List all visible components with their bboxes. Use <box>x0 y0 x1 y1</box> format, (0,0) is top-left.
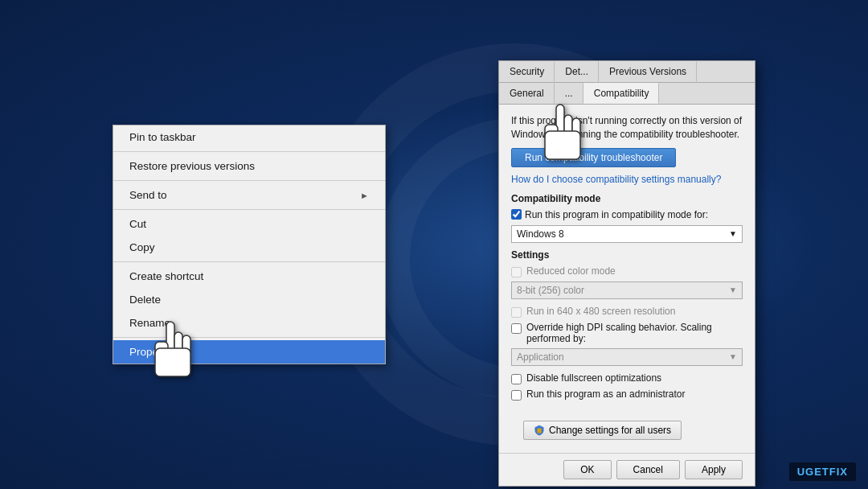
app-dropdown-arrow-icon: ▼ <box>729 352 737 361</box>
tab-security[interactable]: Security <box>499 61 555 82</box>
disable-fullscreen-row: Disable fullscreen optimizations <box>511 372 743 384</box>
separator-4 <box>113 261 385 262</box>
reduced-color-label: Reduced color mode <box>526 265 616 277</box>
color-depth-dropdown[interactable]: 8-bit (256) color ▼ <box>511 281 743 299</box>
override-dpi-label: Override high DPI scaling behavior. Scal… <box>526 322 743 344</box>
tab-tab2[interactable]: ... <box>555 83 583 104</box>
change-settings-container: Change settings for all users <box>499 421 755 453</box>
context-menu: Pin to taskbar Restore previous versions… <box>113 125 386 364</box>
separator-5 <box>113 337 385 338</box>
svg-rect-6 <box>537 428 541 431</box>
context-menu-item-delete[interactable]: Delete <box>113 288 385 311</box>
ok-button[interactable]: OK <box>563 460 611 479</box>
apply-button[interactable]: Apply <box>685 460 743 479</box>
context-menu-item-properties[interactable]: Properties <box>113 340 385 364</box>
context-menu-item-restore-versions[interactable]: Restore previous versions <box>113 154 385 178</box>
watermark: UGETFIX <box>789 462 856 481</box>
dialog-footer: OK Cancel Apply <box>499 453 755 486</box>
run-640-row: Run in 640 x 480 screen resolution <box>511 306 743 318</box>
context-menu-item-cut[interactable]: Cut <box>113 212 385 236</box>
tab-details[interactable]: Det... <box>555 61 599 82</box>
color-dropdown-arrow-icon: ▼ <box>729 286 737 294</box>
compat-mode-row: Run this program in compatibility mode f… <box>511 209 743 220</box>
watermark-prefix: UGET <box>797 466 829 478</box>
disable-fullscreen-label: Disable fullscreen optimizations <box>526 372 661 384</box>
separator-3 <box>113 209 385 210</box>
send-to-arrow-icon: ► <box>360 191 369 200</box>
compat-mode-checkbox[interactable] <box>511 209 522 220</box>
run-admin-row: Run this program as an administrator <box>511 388 743 401</box>
dialog-content: If this program isn't running correctly … <box>499 105 755 414</box>
compat-mode-label: Run this program in compatibility mode f… <box>525 209 708 220</box>
separator-1 <box>113 151 385 152</box>
override-dpi-checkbox[interactable] <box>511 323 522 334</box>
context-menu-item-pin-taskbar[interactable]: Pin to taskbar <box>113 125 385 149</box>
dialog-tabs-row2: General ... Compatibility <box>499 83 755 105</box>
reduced-color-row: Reduced color mode <box>511 265 743 277</box>
settings-section-title: Settings <box>511 249 743 261</box>
context-menu-item-create-shortcut[interactable]: Create shortcut <box>113 265 385 288</box>
shield-icon <box>534 425 545 436</box>
tab-compatibility[interactable]: Compatibility <box>583 83 660 104</box>
context-menu-item-copy[interactable]: Copy <box>113 236 385 259</box>
properties-dialog: Security Det... Previous Versions Genera… <box>498 60 755 487</box>
disable-fullscreen-checkbox[interactable] <box>511 374 522 384</box>
cancel-button[interactable]: Cancel <box>616 460 680 479</box>
compat-mode-dropdown[interactable]: Windows 8 ▼ <box>511 225 743 243</box>
manual-settings-link[interactable]: How do I choose compatibility settings m… <box>511 174 743 185</box>
run-admin-label: Run this program as an administrator <box>526 388 685 400</box>
override-dpi-row: Override high DPI scaling behavior. Scal… <box>511 322 743 344</box>
separator-2 <box>113 180 385 181</box>
run-640-label: Run in 640 x 480 screen resolution <box>526 306 675 317</box>
watermark-suffix: FIX <box>829 466 848 478</box>
run-admin-checkbox[interactable] <box>511 390 522 401</box>
tab-previous-versions[interactable]: Previous Versions <box>599 61 697 82</box>
context-menu-item-send-to[interactable]: Send to ► <box>113 183 385 207</box>
run-640-checkbox[interactable] <box>511 307 522 318</box>
run-troubleshooter-button[interactable]: Run compatibility troubleshooter <box>511 148 676 167</box>
intro-text: If this program isn't running correctly … <box>511 114 743 142</box>
compat-mode-section-title: Compatibility mode <box>511 193 743 204</box>
application-dropdown[interactable]: Application ▼ <box>511 348 743 366</box>
dialog-tabs: Security Det... Previous Versions <box>499 61 755 83</box>
reduced-color-checkbox[interactable] <box>511 267 522 277</box>
context-menu-item-rename[interactable]: Rename <box>113 311 385 335</box>
change-settings-button[interactable]: Change settings for all users <box>523 421 682 440</box>
compat-dropdown-arrow-icon: ▼ <box>729 229 737 238</box>
tab-general[interactable]: General <box>499 83 555 104</box>
